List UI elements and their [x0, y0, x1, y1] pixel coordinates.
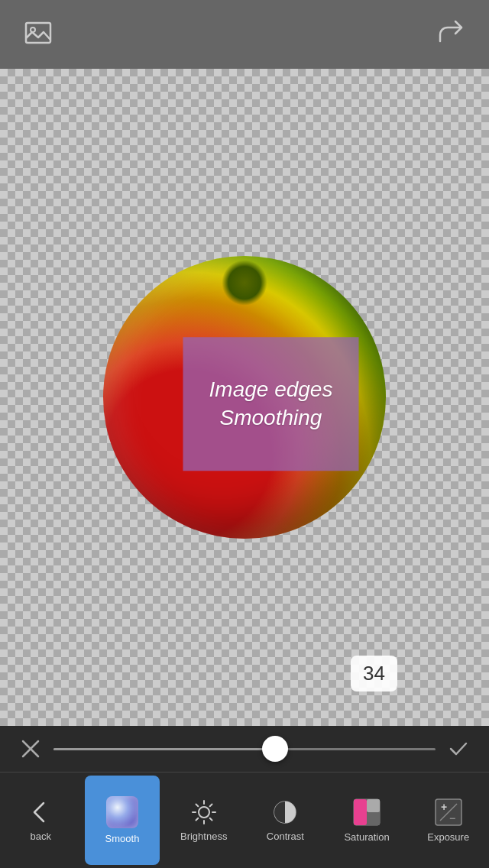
svg-line-10 [209, 818, 212, 821]
svg-point-4 [199, 807, 209, 818]
svg-text:+: + [441, 801, 447, 813]
overlay-text: Image edges Smoothing [209, 376, 333, 432]
apple-image: Image edges Smoothing [103, 256, 386, 539]
slider-fill [53, 748, 275, 750]
check-button[interactable] [443, 734, 474, 764]
svg-text:−: − [449, 812, 455, 824]
back-icon [27, 798, 54, 826]
exposure-icon: + − [434, 798, 463, 827]
tool-saturation-label: Saturation [344, 831, 389, 843]
tool-exposure[interactable]: + − Exposure [410, 776, 486, 865]
bottom-toolbar: back Smooth Brightness [0, 772, 489, 868]
canvas-area: Image edges Smoothing 34 [0, 69, 489, 726]
svg-line-12 [196, 818, 198, 821]
svg-line-11 [209, 805, 212, 807]
tool-back-label: back [31, 831, 51, 842]
tool-brightness-label: Brightness [180, 831, 227, 842]
tool-smooth-label: Smooth [105, 833, 140, 844]
share-icon[interactable] [428, 9, 474, 60]
slider-value-display: 34 [363, 662, 385, 685]
svg-rect-0 [26, 23, 50, 43]
tool-exposure-label: Exposure [427, 831, 469, 843]
svg-point-1 [31, 28, 35, 32]
tool-back[interactable]: back [3, 776, 79, 865]
overlay-text-line2: Smoothing [220, 406, 322, 429]
tool-smooth[interactable]: Smooth [85, 776, 160, 865]
value-bubble: 34 [351, 656, 397, 691]
top-toolbar [0, 0, 489, 69]
overlay-text-line1: Image edges [209, 377, 333, 401]
tool-contrast[interactable]: Contrast [248, 776, 323, 865]
slider-thumb[interactable] [262, 736, 288, 762]
svg-line-9 [196, 805, 198, 807]
contrast-icon [271, 798, 299, 826]
svg-rect-15 [354, 799, 367, 825]
saturation-icon [352, 798, 381, 827]
overlay-box: Image edges Smoothing [183, 337, 359, 471]
tool-saturation[interactable]: Saturation [329, 776, 405, 865]
tool-contrast-label: Contrast [267, 831, 304, 842]
slider-area [0, 726, 489, 772]
brightness-icon [190, 798, 218, 826]
slider-track[interactable] [53, 748, 436, 750]
smooth-icon [106, 796, 138, 828]
svg-rect-16 [367, 799, 380, 812]
svg-rect-17 [367, 812, 380, 825]
close-button[interactable] [15, 734, 46, 764]
tool-brightness[interactable]: Brightness [166, 776, 241, 865]
image-icon[interactable] [15, 9, 61, 60]
